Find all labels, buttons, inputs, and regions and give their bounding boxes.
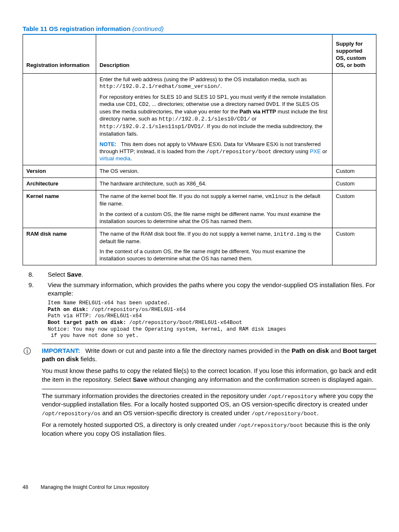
bold: Save (133, 376, 147, 383)
cell-arch-desc: The hardware architecture, such as X86_6… (96, 178, 332, 190)
row-architecture: Architecture The hardware architecture, … (23, 178, 376, 190)
page-footer: 48 Managing the Insight Control for Linu… (23, 484, 149, 490)
cell-arch-label: Architecture (23, 178, 96, 190)
txt: Enter the full web address (using the IP… (100, 76, 307, 82)
bold: Path on disk (292, 347, 329, 354)
txt: , ... directories; otherwise use a direc… (149, 101, 266, 107)
caption-continued: (continued) (132, 25, 164, 32)
cell-ram-desc: The name of the RAM disk boot file. If y… (96, 228, 332, 265)
code: CD1 (126, 101, 136, 108)
txt: fields. (79, 355, 97, 362)
bold: Path via HTTP (240, 108, 276, 115)
txt: . (130, 155, 132, 162)
step-9: 9. View the summary information, which p… (23, 281, 376, 298)
cell-kernel-label: Kernel name (23, 190, 96, 228)
code-path: /opt/repository/boot (251, 411, 317, 417)
important-block: ⓘ IMPORTANT: Write down or cut and paste… (42, 344, 376, 389)
page-number: 48 (23, 484, 39, 490)
txt: or (250, 116, 256, 122)
txt: The name of the RAM disk boot file. If y… (100, 231, 274, 237)
cell-kernel-supply: Custom (332, 190, 376, 228)
cell-kernel-desc: The name of the kernel boot file. If you… (96, 190, 332, 228)
txt: . (220, 83, 222, 89)
txt: without changing any information and the… (147, 376, 373, 383)
table-caption: Table 11 OS registration information (co… (23, 25, 376, 32)
txt: The name of the kernel boot file. If you… (100, 193, 265, 199)
txt: and (329, 347, 343, 354)
code: DVD1 (266, 101, 279, 108)
row-http-path: Enter the full web address (using the IP… (23, 73, 376, 165)
cell-http-desc: Enter the full web address (using the IP… (96, 73, 332, 165)
pxe-link[interactable]: PXE (310, 148, 321, 154)
txt: directory using (271, 148, 310, 154)
cell-ram-supply: Custom (332, 228, 376, 265)
step-text: Select Save. (48, 270, 376, 279)
footer-title: Managing the Insight Control for Linux r… (41, 484, 149, 490)
caption-text: Table 11 OS registration information (23, 25, 130, 32)
cell-http-label (23, 73, 96, 165)
cell-ram-label: RAM disk name (23, 228, 96, 265)
header-registration-info: Registration information (23, 35, 96, 73)
code: CD2 (139, 101, 148, 108)
cell-version-label: Version (23, 165, 96, 178)
txt: In the context of a custom OS, the file … (100, 248, 329, 262)
txt: and an OS version-specific directory is … (100, 409, 251, 416)
post-paragraphs: The summary information provides the dir… (42, 392, 376, 438)
txt: . (317, 409, 318, 416)
cell-arch-supply: Custom (332, 178, 376, 190)
row-ramdisk: RAM disk name The name of the RAM disk b… (23, 228, 376, 265)
row-kernel: Kernel name The name of the kernel boot … (23, 190, 376, 228)
step-text: View the summary information, which prov… (48, 281, 376, 298)
code-url: http://192.0.2.1/sles10/CD1/ (159, 116, 250, 122)
txt: The summary information provides the dir… (42, 392, 268, 399)
code-url: http://192.0.2.1/sles11sp1/DVD1/ (100, 123, 204, 130)
important-label: IMPORTANT: (42, 347, 80, 354)
code: vmlinuz (265, 193, 288, 200)
txt: Write down or cut and paste into a file … (85, 347, 292, 354)
cell-version-desc: The OS version. (96, 165, 332, 178)
code-url: http://192.0.2.1/redhat/some_version/ (100, 83, 220, 90)
os-registration-table: Registration information Description Sup… (23, 35, 376, 265)
cell-version-supply: Custom (332, 165, 376, 178)
txt: or (321, 148, 327, 154)
code-path: /opt/repository/boot (206, 149, 271, 155)
example-output: Item Name RHEL6U1-x64 has been updated. … (48, 300, 376, 339)
txt: For a remotely hosted supported OS, a di… (42, 421, 238, 428)
table-header-row: Registration information Description Sup… (23, 35, 376, 73)
code: initrd.img (274, 231, 306, 237)
note-label: NOTE: (100, 141, 116, 147)
step-list: 8. Select Save. 9. View the summary info… (23, 270, 376, 298)
row-version: Version The OS version. Custom (23, 165, 376, 178)
cell-http-supply (332, 73, 376, 165)
important-icon: ⓘ (23, 347, 42, 355)
virtual-media-link[interactable]: virtual media (100, 155, 130, 162)
step-8: 8. Select Save. (23, 270, 376, 279)
step-number: 9. (23, 281, 48, 298)
header-description: Description (96, 35, 332, 73)
code-path: /opt/repository/os (42, 411, 100, 417)
txt: In the context of a custom OS, the file … (100, 211, 329, 225)
code-path: /opt/repository (268, 393, 317, 400)
header-supply: Supply for supported OS, custom OS, or b… (332, 35, 376, 73)
step-number: 8. (23, 270, 48, 279)
code-path: /opt/repository/boot (238, 422, 303, 429)
